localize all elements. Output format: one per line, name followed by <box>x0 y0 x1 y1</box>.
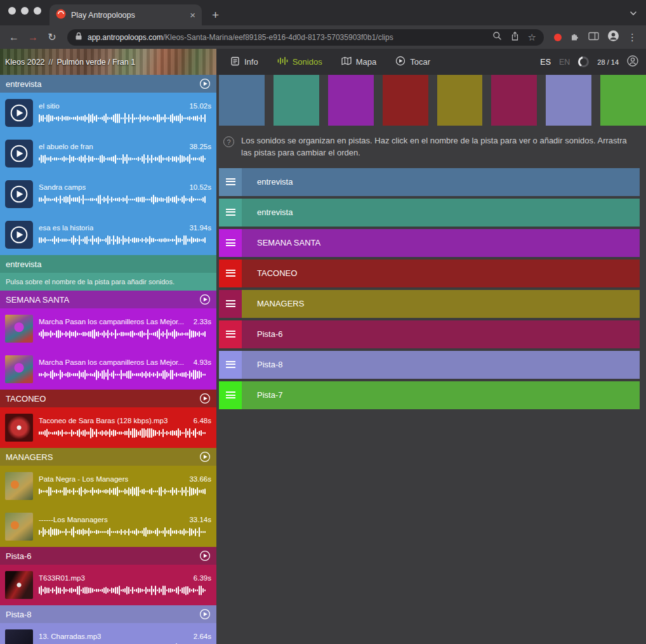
track-swatch[interactable] <box>274 75 319 126</box>
clip-play-button[interactable] <box>5 180 33 208</box>
window-zoom-button[interactable] <box>34 7 41 15</box>
side-panel-icon[interactable] <box>588 32 599 43</box>
waveform-bar <box>88 114 89 123</box>
clip[interactable]: Marcha Pasan los campanilleros Las Mejor… <box>0 349 216 390</box>
nav-item-sonidos[interactable]: Sonidos <box>277 56 322 67</box>
waveform-bar <box>134 488 135 496</box>
clip-play-button[interactable] <box>5 140 33 168</box>
waveform-bar <box>155 157 156 162</box>
drag-handle[interactable] <box>219 351 242 379</box>
tab-close-icon[interactable]: × <box>190 10 195 20</box>
waveform-bar <box>197 238 198 242</box>
track-swatch[interactable] <box>546 75 591 126</box>
drag-handle[interactable] <box>219 290 242 318</box>
window-minimize-button[interactable] <box>21 7 29 15</box>
waveform-bar <box>69 195 70 204</box>
track-header[interactable]: TACONEO <box>0 390 216 407</box>
back-button[interactable]: ← <box>6 32 22 43</box>
clip-play-button[interactable] <box>5 221 33 249</box>
nav-item-tocar[interactable]: Tocar <box>395 56 430 68</box>
nav-item-info[interactable]: Info <box>230 56 258 68</box>
drag-handle[interactable] <box>219 168 242 196</box>
track-row[interactable]: Pista-6 <box>219 320 640 348</box>
breadcrumb[interactable]: Kleos 2022 // Pulmón verde / Fran 1 <box>0 49 216 75</box>
track-header[interactable]: entrevista <box>0 255 216 273</box>
clip-name: Marcha Pasan los campanilleros Las Mejor… <box>39 318 184 325</box>
waveform-bar <box>102 490 103 492</box>
track-play-icon[interactable] <box>199 393 211 404</box>
reload-button[interactable]: ↻ <box>44 32 60 43</box>
track-play-icon[interactable] <box>199 608 211 620</box>
waveform-bar <box>178 115 179 121</box>
track-swatch[interactable] <box>219 75 265 126</box>
waveform-bar <box>204 237 206 243</box>
track-play-icon[interactable] <box>199 78 211 89</box>
track-swatch[interactable] <box>491 75 537 126</box>
clip[interactable]: esa es la historia31.94s <box>0 214 216 255</box>
new-tab-button[interactable]: + <box>212 9 219 21</box>
waveform-bar <box>187 199 188 201</box>
waveform-bar <box>183 235 185 244</box>
nav-item-mapa[interactable]: Mapa <box>341 56 377 67</box>
track-row[interactable]: TACONEO <box>219 260 640 287</box>
lang-en-button[interactable]: EN <box>559 58 570 67</box>
forward-button[interactable]: → <box>25 32 41 43</box>
share-icon[interactable] <box>511 31 519 44</box>
track-play-icon[interactable] <box>199 451 211 463</box>
drag-handle[interactable] <box>219 381 242 409</box>
clip[interactable]: 13. Charradas.mp32.64s <box>0 623 216 644</box>
clip[interactable]: Pata Negra - Los Managers33.66s <box>0 466 216 506</box>
waveform-bar <box>132 158 133 161</box>
track-row[interactable]: MANAGERS <box>219 290 640 318</box>
clip[interactable]: el sitio15.02s <box>0 93 216 133</box>
clip[interactable]: ------Los Mananagers33.14s <box>0 506 216 547</box>
clip[interactable]: el abuelo de fran38.25s <box>0 133 216 174</box>
window-close-button[interactable] <box>8 7 16 15</box>
track-header[interactable]: Pista-6 <box>0 547 216 565</box>
track-row[interactable]: SEMANA SANTA <box>219 229 640 257</box>
address-bar[interactable]: app.antropoloops.com/Kleos-Santa-Marina/… <box>67 29 544 46</box>
track-swatch[interactable] <box>437 75 483 126</box>
waveform-bar <box>181 588 183 593</box>
waveform-bar <box>54 236 55 245</box>
drag-handle[interactable] <box>219 320 242 348</box>
drag-handle[interactable] <box>219 199 242 227</box>
lock-icon[interactable] <box>75 32 82 43</box>
lang-es-button[interactable]: ES <box>540 58 551 67</box>
track-swatch[interactable] <box>600 75 646 126</box>
profile-avatar-icon[interactable] <box>607 30 619 44</box>
bookmark-star-icon[interactable]: ☆ <box>528 32 536 42</box>
clip-play-button[interactable] <box>5 99 33 127</box>
track-play-icon[interactable] <box>199 550 211 562</box>
track-swatch[interactable] <box>383 75 428 126</box>
drag-handle[interactable] <box>219 260 242 287</box>
clip[interactable]: Marcha Pasan los campanilleros Las Mejor… <box>0 308 216 349</box>
record-extension-icon[interactable] <box>554 34 562 41</box>
track-swatch[interactable] <box>328 75 374 126</box>
track-header[interactable]: MANAGERS <box>0 448 216 466</box>
extensions-puzzle-icon[interactable] <box>570 31 580 44</box>
user-icon[interactable] <box>627 55 638 69</box>
drag-handle[interactable] <box>219 229 242 257</box>
clip[interactable]: Taconeo de Sara Baras (128 kbps).mp36.48… <box>0 407 216 448</box>
track-row[interactable]: entrevista <box>219 168 640 196</box>
waveform-bar <box>199 117 200 120</box>
waveform-bar <box>67 432 69 434</box>
waveform-bar <box>46 373 48 377</box>
browser-tab[interactable]: Play Antropoloops × <box>49 4 202 25</box>
browser-menu-icon[interactable]: ⋮ <box>628 32 637 43</box>
track-row[interactable]: entrevista <box>219 199 640 227</box>
waveform-bar <box>134 332 135 336</box>
track-row[interactable]: Pista-7 <box>219 381 640 409</box>
zoom-icon[interactable] <box>492 31 502 43</box>
clip[interactable]: Sandra camps10.52s <box>0 174 216 214</box>
track-row[interactable]: Pista-8 <box>219 351 640 379</box>
waveform-bar <box>92 374 93 376</box>
clip[interactable]: T633R01.mp36.39s <box>0 565 216 605</box>
track-header[interactable]: SEMANA SANTA <box>0 291 216 308</box>
track-header[interactable]: entrevista <box>0 75 216 93</box>
track-play-icon[interactable] <box>199 294 211 305</box>
tab-search-chevron-icon[interactable] <box>630 7 637 18</box>
waveform-bar <box>149 372 150 378</box>
track-header[interactable]: Pista-8 <box>0 605 216 623</box>
